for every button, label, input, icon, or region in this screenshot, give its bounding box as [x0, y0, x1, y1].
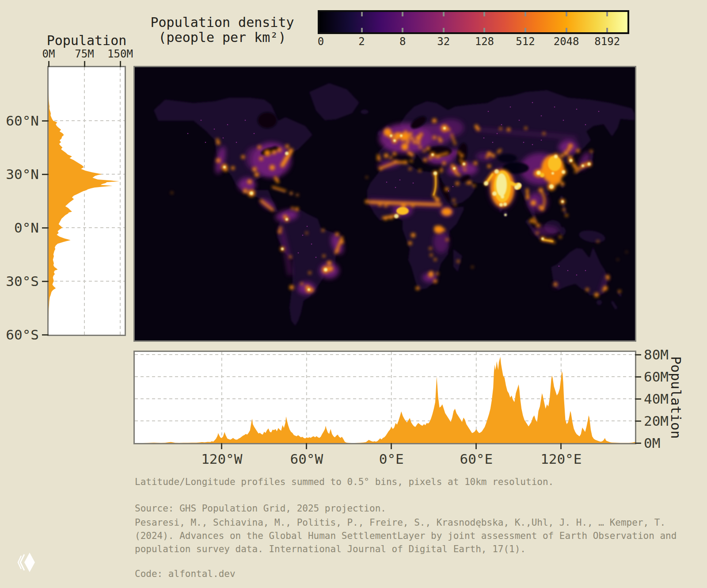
colorbar-tick-label: 32	[437, 35, 450, 48]
colorbar-tick	[566, 12, 567, 16]
left-chart-x-tick	[48, 61, 49, 67]
longitude-tick	[391, 443, 392, 449]
footer-citation-line2: (2024). Advances on the Global Human Set…	[135, 531, 677, 541]
longitude-profile-plot	[135, 352, 635, 443]
colorbar-tick	[483, 28, 485, 32]
colorbar-tick-label: 8	[399, 35, 406, 48]
bottom-chart-y-tick-label: 0M	[644, 435, 660, 451]
left-chart-x-tick	[84, 61, 85, 67]
bottom-chart-y-tick	[635, 420, 641, 422]
left-chart-x-tick	[120, 61, 121, 67]
latitude-tick	[42, 120, 49, 122]
colorbar-gradient	[318, 10, 629, 34]
alfontal-logo-icon	[17, 552, 36, 573]
footer-code: Code: alfontal.dev	[135, 569, 236, 579]
colorbar-tick-label: 2	[358, 35, 365, 48]
latitude-profile-chart	[47, 66, 126, 336]
colorbar-title-line2: (people per km²)	[159, 30, 286, 45]
bottom-chart-ylabel: Population	[668, 356, 684, 439]
footer-note: Latitude/Longitude profiles summed to 0.…	[135, 477, 554, 487]
footer-citation-line3: population survey data. International Jo…	[135, 544, 526, 554]
bottom-chart-y-tick-label: 60M	[644, 369, 669, 385]
colorbar-tick	[525, 12, 526, 16]
latitude-tick	[42, 334, 49, 336]
colorbar-title-line1: Population density	[150, 15, 294, 30]
colorbar-tick	[525, 28, 526, 32]
longitude-tick-label: 120°E	[540, 451, 582, 467]
colorbar-tick	[361, 28, 363, 32]
bottom-chart-y-tick-label: 20M	[644, 413, 669, 429]
colorbar-tick-label: 0	[318, 35, 324, 48]
colorbar-tick-label: 512	[516, 35, 535, 48]
longitude-profile-chart	[133, 351, 636, 444]
latitude-tick-label: 30°N	[6, 166, 39, 182]
bottom-chart-y-tick-label: 40M	[644, 391, 669, 407]
latitude-tick	[42, 281, 49, 282]
world-map-panel	[133, 66, 636, 342]
left-chart-x-tick-label: 75M	[75, 48, 94, 60]
left-chart-x-tick-label: 0M	[42, 48, 55, 60]
bottom-chart-y-tick-label: 80M	[644, 347, 669, 363]
longitude-tick-label: 60°E	[460, 451, 493, 467]
longitude-tick	[475, 443, 477, 449]
colorbar-tick	[402, 12, 403, 16]
colorbar-tick-label: 2048	[554, 35, 579, 48]
bottom-chart-y-tick	[635, 398, 641, 400]
longitude-profile-area	[137, 357, 635, 443]
bottom-chart-y-tick	[635, 354, 641, 355]
longitude-tick	[560, 443, 562, 449]
footer-citation-line1: Pesaresi, M., Schiavina, M., Politis, P.…	[135, 517, 665, 528]
latitude-tick	[42, 174, 49, 175]
colorbar-tick	[606, 28, 608, 32]
latitude-tick-label: 0°N	[14, 220, 39, 236]
longitude-tick	[306, 443, 307, 449]
colorbar-tick	[361, 12, 363, 16]
left-chart-x-tick-label: 150M	[107, 48, 133, 60]
colorbar-tick	[566, 28, 567, 32]
colorbar-tick	[483, 12, 485, 16]
longitude-tick-label: 120°W	[201, 451, 242, 467]
figure-root: Population Population density (people pe…	[0, 0, 707, 588]
bottom-chart-y-tick	[635, 376, 641, 378]
latitude-tick-label: 30°S	[6, 273, 39, 289]
latitude-profile-area	[49, 88, 119, 324]
latitude-tick-label: 60°S	[6, 327, 39, 343]
latitude-profile-plot	[49, 67, 125, 335]
colorbar-tick	[443, 12, 445, 16]
latitude-tick	[42, 227, 49, 229]
colorbar-tick	[606, 12, 608, 16]
footer-source: Source: GHS Population Grid, 2025 projec…	[135, 503, 386, 514]
longitude-tick	[221, 443, 222, 449]
world-population-density-map	[135, 67, 635, 340]
colorbar-tick	[443, 28, 445, 32]
bottom-chart-y-tick	[635, 443, 641, 444]
latitude-tick-label: 60°N	[6, 113, 39, 129]
colorbar-tick-label: 8192	[594, 35, 620, 48]
left-chart-title: Population	[47, 33, 127, 48]
colorbar-tick	[402, 28, 403, 32]
colorbar-tick-label: 128	[475, 35, 494, 48]
longitude-tick-label: 0°E	[379, 451, 404, 467]
longitude-tick-label: 60°W	[290, 451, 323, 467]
